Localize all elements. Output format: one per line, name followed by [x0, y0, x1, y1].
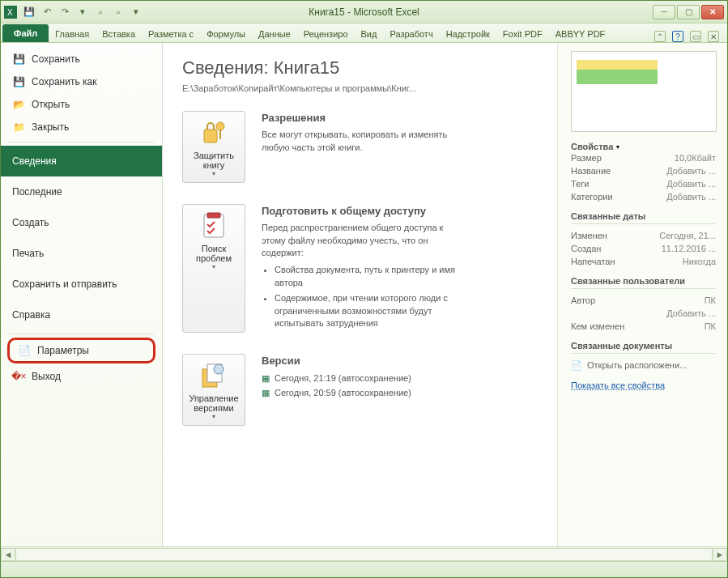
prop-categories[interactable]: КатегорииДобавить ...	[571, 190, 716, 203]
status-bar	[1, 561, 727, 577]
prop-created: Создан11.12.2016 ...	[571, 242, 716, 255]
sidebar-save-send[interactable]: Сохранить и отправить	[1, 269, 162, 300]
related-docs-heading: Связанные документы	[571, 341, 716, 354]
tab-developer[interactable]: Разработч	[383, 26, 439, 42]
qat-redo-icon[interactable]: ↷	[57, 5, 72, 19]
qat-undo-icon[interactable]: ↶	[40, 5, 54, 19]
minimize-button[interactable]: ─	[653, 5, 675, 19]
prop-cat-label: Категории	[571, 192, 613, 202]
protect-workbook-button[interactable]: Защитить книгу ▾	[182, 111, 245, 183]
svg-rect-2	[204, 130, 217, 142]
quick-access-toolbar: 💾 ↶ ↷ ▾ ▫ ▫ ▾	[22, 5, 143, 19]
tab-layout[interactable]: Разметка с	[142, 26, 200, 42]
sidebar-open-label: Открыть	[32, 99, 70, 110]
chevron-down-icon: ▾	[186, 263, 241, 270]
prop-tags[interactable]: ТегиДобавить ...	[571, 177, 716, 190]
file-path: E:\Заработок\Копирайт\Компьютеры и прогр…	[182, 83, 538, 93]
scroll-left-icon[interactable]: ◄	[1, 548, 15, 561]
tab-foxit[interactable]: Foxit PDF	[496, 26, 549, 42]
manage-versions-button[interactable]: Управление версиями ▾	[182, 354, 245, 426]
tab-abbyy[interactable]: ABBYY PDF	[549, 26, 612, 42]
sidebar-recent[interactable]: Последние	[1, 176, 162, 207]
sidebar-savesend-label: Сохранить и отправить	[12, 278, 117, 290]
permissions-title: Разрешения	[262, 111, 464, 125]
sidebar-help[interactable]: Справка	[1, 300, 162, 330]
backstage-view: 💾 Сохранить 💾 Сохранить как 📂 Открыть 📁 …	[1, 43, 727, 546]
close-button[interactable]: ✕	[701, 5, 724, 19]
excel-window: X 💾 ↶ ↷ ▾ ▫ ▫ ▾ Книга15 - Microsoft Exce…	[0, 0, 728, 578]
tab-view[interactable]: Вид	[355, 26, 384, 42]
properties-panel: Свойства ▾ Размер10,0Кбайт НазваниеДобав…	[557, 43, 727, 546]
save-icon: 💾	[12, 53, 25, 66]
help-icon[interactable]: ?	[672, 31, 683, 42]
tab-file[interactable]: Файл	[2, 24, 49, 42]
scroll-right-icon[interactable]: ►	[713, 548, 727, 561]
sidebar-separator-2	[9, 334, 154, 334]
excel-file-icon: ▦	[262, 372, 270, 385]
sidebar-exit[interactable]: �× Выход	[1, 365, 162, 388]
maximize-button[interactable]: ▢	[677, 5, 700, 19]
version-row-2[interactable]: ▦ Сегодня, 20:59 (автосохранение)	[262, 387, 411, 399]
excel-file-icon: ▦	[262, 387, 270, 399]
sidebar-open[interactable]: 📂 Открыть	[1, 93, 162, 116]
show-all-props-link[interactable]: Показать все свойства	[571, 380, 716, 390]
sidebar-close[interactable]: 📁 Закрыть	[1, 116, 162, 138]
prop-title[interactable]: НазваниеДобавить ...	[571, 164, 716, 177]
prop-title-value: Добавить ...	[666, 166, 716, 176]
version-row-1[interactable]: ▦ Сегодня, 21:19 (автосохранение)	[262, 372, 411, 385]
qat-more-icon[interactable]: ▾	[75, 5, 90, 19]
open-location-text: Открыть расположени...	[587, 360, 687, 371]
tab-formulas[interactable]: Формулы	[200, 26, 252, 42]
checklist-icon	[199, 211, 228, 240]
horizontal-scrollbar[interactable]: ◄ ►	[1, 546, 727, 561]
versions-btn-label: Управление версиями	[186, 393, 241, 413]
tab-addins[interactable]: Надстройк	[440, 26, 496, 42]
show-all-text: Показать все свойства	[571, 380, 665, 390]
ribbon-close-icon[interactable]: ✕	[708, 31, 719, 42]
prop-tags-value: Добавить ...	[666, 179, 716, 189]
ribbon-minimize-icon[interactable]: ⌃	[654, 31, 666, 42]
titlebar: X 💾 ↶ ↷ ▾ ▫ ▫ ▾ Книга15 - Microsoft Exce…	[1, 1, 727, 23]
prop-author-add[interactable]: Добавить ...	[571, 307, 716, 320]
qat-save-icon[interactable]: 💾	[22, 5, 36, 19]
prop-printed: НапечатанНикогда	[571, 255, 716, 268]
prop-size-value: 10,0Кбайт	[675, 153, 716, 163]
qat-extra1-icon[interactable]: ▫	[93, 5, 108, 19]
versions-body: Версии ▦ Сегодня, 21:19 (автосохранение)…	[262, 354, 411, 426]
permissions-body: Разрешения Все могут открывать, копирова…	[262, 111, 464, 183]
ribbon-tabs: Файл Главная Вставка Разметка с Формулы …	[1, 23, 727, 43]
tab-home[interactable]: Главная	[49, 26, 96, 42]
related-users-heading: Связанные пользователи	[571, 276, 716, 289]
open-location-link[interactable]: 📄 Открыть расположени...	[571, 359, 716, 372]
check-btn-label: Поиск проблем	[186, 244, 241, 263]
properties-dropdown[interactable]: Свойства ▾	[571, 142, 716, 151]
prop-created-value: 11.12.2016 ...	[662, 244, 716, 253]
tab-data[interactable]: Данные	[252, 26, 297, 42]
version-2-text: Сегодня, 20:59 (автосохранение)	[275, 387, 411, 399]
prop-author-value: ПК	[705, 295, 716, 305]
scroll-track[interactable]	[15, 548, 713, 561]
sidebar-new[interactable]: Создать	[1, 207, 162, 238]
sidebar-info[interactable]: Сведения	[1, 146, 162, 176]
tab-review[interactable]: Рецензиро	[297, 26, 355, 42]
sidebar-save-as[interactable]: 💾 Сохранить как	[1, 70, 162, 93]
prepare-title: Подготовить к общему доступу	[262, 204, 464, 219]
ribbon-help-area: ⌃ ? ▭ ✕	[654, 31, 727, 42]
check-issues-button[interactable]: Поиск проблем ▾	[182, 204, 245, 333]
ribbon-restore-icon[interactable]: ▭	[690, 31, 701, 42]
chevron-down-icon: ▾	[186, 413, 241, 420]
sidebar-options[interactable]: 📄 Параметры	[7, 338, 155, 363]
sidebar-info-label: Сведения	[12, 155, 57, 167]
tab-insert[interactable]: Вставка	[96, 26, 142, 42]
sidebar-print[interactable]: Печать	[1, 238, 162, 269]
versions-section: Управление версиями ▾ Версии ▦ Сегодня, …	[182, 354, 538, 426]
sidebar-save[interactable]: 💾 Сохранить	[1, 48, 162, 70]
qat-extra2-icon[interactable]: ▫	[111, 5, 126, 19]
prop-modified: ИзмененСегодня, 21...	[571, 229, 716, 242]
lock-key-icon	[199, 118, 228, 147]
options-icon: 📄	[18, 344, 31, 357]
qat-dropdown-icon[interactable]: ▾	[129, 5, 143, 19]
sidebar-help-label: Справка	[12, 309, 50, 321]
prop-size: Размер10,0Кбайт	[571, 151, 716, 164]
prop-size-label: Размер	[571, 153, 602, 163]
